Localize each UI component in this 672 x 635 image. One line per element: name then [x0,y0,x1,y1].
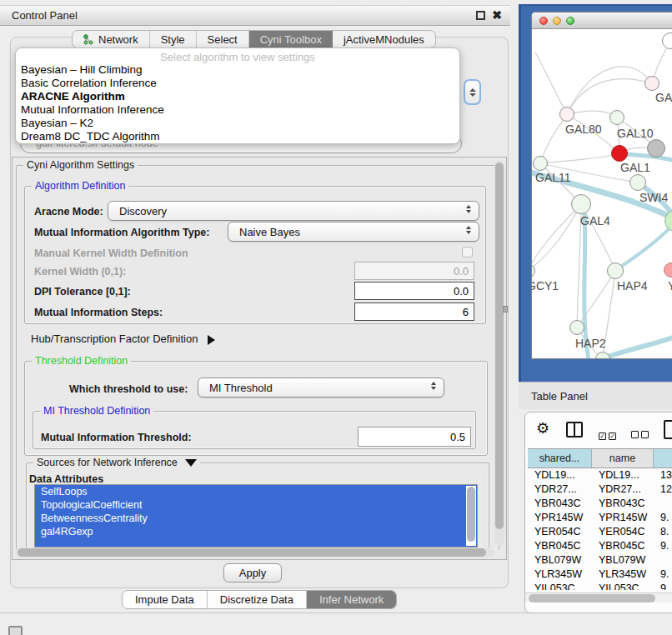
network-window[interactable]: GAL GAL80 GAL10 GAL1 GAL11 SWI4 GAL4 GCY… [531,12,672,359]
algorithm-combo-spinner[interactable] [464,79,481,105]
close-traffic-light-icon[interactable] [539,17,548,25]
tab-network-label: Network [98,33,138,46]
cell [654,497,672,511]
table-row[interactable]: YLR345WYLR345W9. [528,568,672,582]
table-row[interactable]: YBR043CYBR043C [528,497,672,511]
tab-infer-network-label: Infer Network [319,593,384,606]
column-visibility-icon[interactable] [566,422,583,438]
which-threshold-combo[interactable]: MI Threshold [198,378,444,398]
tab-network[interactable]: Network [73,31,150,48]
network-node-swi4[interactable] [629,174,646,191]
export-table-icon[interactable] [664,420,672,439]
settings-hscroll-thumb[interactable] [18,548,486,557]
network-window-titlebar[interactable] [532,12,672,29]
select-all-icon[interactable]: ✓✓ [599,427,619,442]
hub-definition-expander[interactable]: Hub/Transcription Factor Definition [31,332,215,345]
network-node-gray[interactable] [647,139,665,158]
tab-select[interactable]: Select [197,31,249,48]
node-table: shared... name YDL19...YDL19...13 YDR27.… [528,448,672,590]
table-row[interactable]: YDL19...YDL19...13 [528,468,672,482]
settings-horizontal-scrollbar[interactable] [16,548,494,558]
table-row[interactable]: YPR145WYPR145W9. [528,511,672,525]
combo-spinner-icon [431,382,436,390]
algorithm-option[interactable]: Bayesian – Hill Climbing [16,63,459,77]
gear-icon[interactable]: ⚙ [536,419,549,438]
algorithm-option[interactable]: Dream8 DC_TDC Algorithm [16,130,459,143]
cell: YER054C [528,525,592,539]
data-attributes-list[interactable]: SelfLoops TopologicalCoefficient Between… [34,484,478,548]
table-row[interactable]: YBL079WYBL079W [528,553,672,568]
attribute-item[interactable]: gal4RGexp [35,525,477,538]
column-header-shared-name[interactable]: shared... [528,449,592,468]
settings-vertical-scrollbar[interactable] [494,161,504,546]
node-label: Y [668,279,672,292]
tab-infer-network[interactable]: Infer Network [307,591,396,608]
table-panel: ⚙ ✓✓ shared... name YDL19...YDL19...13 Y… [524,412,672,613]
table-panel-title: Table Panel [531,390,588,402]
network-node-gal80[interactable] [559,107,574,122]
network-node-gal-top[interactable] [644,76,659,91]
tab-cyni-toolbox[interactable]: Cyni Toolbox [249,31,333,48]
manual-kernel-checkbox[interactable] [462,247,473,258]
mi-threshold-field[interactable]: 0.5 [358,427,471,447]
tab-jactivemnodules[interactable]: jActiveMNodules [333,31,435,48]
collapsed-corner-button[interactable] [8,626,23,635]
expand-right-icon [208,335,215,345]
node-label: HAP2 [575,337,606,350]
deselect-all-icon[interactable] [631,427,651,442]
table-row-partial[interactable]: YIL053CYIL053C9 [528,582,672,590]
kernel-width-label: Kernel Width (0,1): [34,266,126,278]
algorithm-option[interactable]: Basic Correlation Inference [16,77,459,90]
dpi-tolerance-label: DPI Tolerance [0,1]: [34,286,131,298]
zoom-traffic-light-icon[interactable] [566,17,574,25]
apply-button[interactable]: Apply [223,563,282,582]
table-toolbar: ⚙ ✓✓ [525,412,672,448]
tab-discretize-data-label: Discretize Data [220,593,293,606]
attribute-item[interactable]: BetweennessCentrality [35,512,477,525]
cell: YBR043C [528,497,592,511]
network-node-gal4[interactable] [571,194,591,214]
network-canvas[interactable]: GAL GAL80 GAL10 GAL1 GAL11 SWI4 GAL4 GCY… [532,29,672,359]
splitpane-grip[interactable] [503,306,508,312]
algorithm-option[interactable]: Bayesian – K2 [16,117,459,130]
column-header-name[interactable]: name [592,449,654,468]
table-row[interactable]: YER054CYER054C8. [528,525,672,539]
node-label: GAL4 [580,214,610,228]
table-row[interactable]: YDR27...YDR27...12 [528,482,672,497]
cell: YER054C [592,525,654,539]
cell: YBR045C [528,539,592,553]
column-header-partial[interactable] [654,449,672,468]
cell: YBL079W [592,553,654,568]
algorithm-option[interactable]: Mutual Information Inference [16,103,459,117]
attribute-item[interactable]: SelfLoops [35,485,477,498]
table-hscroll-thumb[interactable] [529,594,655,602]
dpi-tolerance-field[interactable]: 0.0 [354,282,474,300]
kernel-width-field[interactable]: 0.0 [354,262,474,280]
algorithm-option-selected[interactable]: ARACNE Algorithm [16,90,459,103]
settings-vscroll-thumb[interactable] [495,162,504,529]
aracne-mode-combo[interactable]: Discovery [108,201,479,221]
network-node-gal1-red[interactable] [611,145,628,162]
network-desktop: GAL GAL80 GAL10 GAL1 GAL11 SWI4 GAL4 GCY… [519,4,672,382]
cell: YDR27... [528,482,592,497]
cell: YBR045C [592,539,654,553]
attributes-scrollbar-thumb[interactable] [467,487,475,542]
cell: 9. [654,568,672,582]
minimize-traffic-light-icon[interactable] [553,17,561,25]
close-icon[interactable]: ✖ [492,11,502,20]
tab-discretize-data[interactable]: Discretize Data [208,591,307,608]
table-horizontal-scrollbar[interactable] [525,592,672,602]
network-node-gal11[interactable] [533,156,548,171]
tab-impute-data[interactable]: Impute Data [123,591,208,608]
attribute-item[interactable]: TopologicalCoefficient [35,498,477,512]
mi-type-combo[interactable]: Naive Bayes [228,222,479,242]
mi-steps-field[interactable]: 6 [354,302,474,321]
network-node-gal10[interactable] [609,110,624,125]
network-node-hap2[interactable] [569,320,584,335]
network-node-hap4[interactable] [607,262,624,279]
float-window-icon[interactable] [476,11,485,20]
attributes-scrollbar[interactable] [466,486,476,546]
table-row[interactable]: YBR045CYBR045C9. [528,539,672,553]
collapse-down-icon[interactable] [185,459,197,467]
tab-style[interactable]: Style [150,31,197,48]
